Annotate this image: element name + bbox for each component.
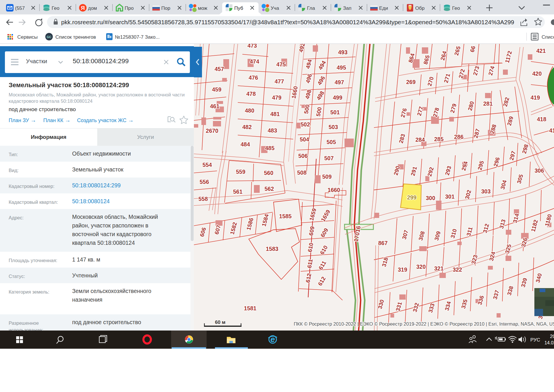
svg-text:476: 476 [249,74,258,81]
svg-text:495: 495 [337,64,346,71]
svg-text:562: 562 [265,186,274,192]
svg-text:473: 473 [248,44,257,49]
svg-text:461: 461 [210,103,220,109]
svg-text:Еди: Еди [379,5,388,11]
svg-text:560: 560 [264,170,274,176]
svg-text:474: 474 [250,58,259,65]
svg-text:Гла: Гла [307,5,315,11]
svg-text:459: 459 [212,86,222,93]
svg-text:мож: мож [198,5,207,11]
svg-text:281: 281 [483,100,493,107]
svg-text:507: 507 [324,155,334,161]
svg-text:285: 285 [434,136,444,142]
svg-text:561: 561 [233,188,243,195]
svg-text:509: 509 [322,173,332,180]
svg-text:558: 558 [199,196,208,202]
svg-text:457: 457 [215,66,224,72]
svg-text:478: 478 [246,91,256,97]
svg-text:475: 475 [276,61,286,68]
svg-text:493: 493 [338,49,348,55]
svg-text:20:2: 20:2 [550,334,554,339]
svg-text:483: 483 [268,127,277,134]
svg-text:Гео: Гео [52,5,59,11]
svg-text:480: 480 [245,107,254,114]
svg-text:477: 477 [275,78,284,85]
svg-text:41: 41 [549,127,554,134]
svg-text:419: 419 [531,94,540,101]
svg-text:РУС: РУС [530,337,540,343]
svg-text:505: 505 [327,139,336,145]
svg-text:502: 502 [301,121,310,128]
svg-text:321: 321 [434,265,444,272]
svg-text:303: 303 [481,188,491,195]
svg-text:503: 503 [329,124,338,130]
svg-text:269: 269 [406,79,416,85]
svg-text:867: 867 [378,240,388,246]
svg-text:14.02.: 14.02. [544,340,554,345]
svg-text:559: 559 [236,169,246,175]
svg-text:1660: 1660 [327,187,340,193]
svg-text:1583: 1583 [266,246,278,252]
svg-text:501: 501 [330,109,340,115]
svg-text:Списо: Списо [542,34,554,40]
svg-text:497: 497 [335,79,344,85]
svg-text:ПКК © Росреестр 2010-2022 | ЕЭ: ПКК © Росреестр 2010-2022 | ЕЭКО © Росре… [294,321,554,326]
svg-text:286: 286 [454,134,464,140]
svg-text:Обр: Обр [415,5,424,11]
svg-text:Пуб: Пуб [234,5,243,11]
svg-text:300: 300 [426,195,435,201]
svg-text:Я: Я [81,5,85,11]
svg-text:Уча: Уча [271,5,279,11]
svg-text:№1258307-7 Зако...: №1258307-7 Зако... [115,34,160,40]
svg-text:418: 418 [537,116,546,122]
svg-text:Зап: Зап [343,5,351,11]
svg-text:481: 481 [270,111,280,117]
svg-text:320: 320 [416,264,426,270]
svg-text:479: 479 [272,94,282,101]
svg-text:299: 299 [407,194,417,201]
svg-text:60 м: 60 м [215,320,225,325]
svg-text:421: 421 [536,48,546,54]
svg-text:554: 554 [203,162,212,168]
svg-text:2670: 2670 [206,128,218,134]
svg-text:Сервисы: Сервисы [17,34,38,40]
svg-text:420: 420 [532,70,542,77]
svg-text:499: 499 [333,94,342,101]
svg-text:482: 482 [242,124,252,130]
svg-text:Гео: Гео [452,5,460,11]
svg-text:284: 284 [415,137,425,143]
svg-text:дом: дом [88,5,97,11]
svg-text:Про: Про [125,5,134,11]
svg-text:Пор: Пор [161,5,170,11]
svg-text:1581: 1581 [244,305,257,311]
svg-text:301: 301 [445,193,455,200]
svg-text:(557: (557 [15,5,25,11]
svg-text:485: 485 [265,145,275,151]
svg-text:pkk.rosreestr.ru/#/search/55.5: pkk.rosreestr.ru/#/search/55.54505831856… [61,19,514,25]
svg-text:556: 556 [200,179,209,185]
svg-text:504: 504 [300,136,309,143]
svg-text:Список тренингов: Список тренингов [55,34,96,40]
svg-text:319: 319 [398,266,407,273]
svg-text:484: 484 [241,141,250,148]
svg-text:GC: GC [47,35,52,39]
svg-text:508: 508 [297,169,307,176]
svg-text:322: 322 [453,266,462,273]
svg-text:306: 306 [535,167,544,174]
svg-text:506: 506 [298,153,308,159]
svg-text:1585: 1585 [279,213,292,219]
